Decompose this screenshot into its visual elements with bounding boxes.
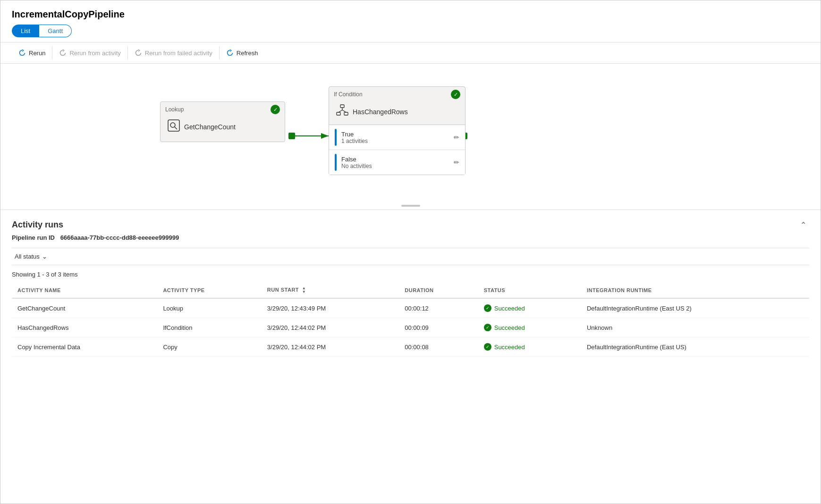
lookup-node[interactable]: Lookup ✓ GetChangeCount [160,101,285,142]
toolbar: Rerun Rerun from activity Rerun from fai… [0,42,821,64]
pipeline-run-id-label: Pipeline run ID [12,234,55,241]
branch-true-info: True 1 activities [341,131,454,144]
rerun-from-activity-icon [59,49,67,57]
tab-gantt[interactable]: Gantt [39,25,72,37]
cell-activity-name: Copy Incremental Data [12,337,157,357]
svg-line-6 [175,127,177,129]
svg-line-9 [339,110,342,112]
rerun-icon [18,49,26,57]
table-row[interactable]: HasChangedRowsIfCondition3/29/20, 12:44:… [12,318,809,337]
page-title: IncrementalCopyPipeline [0,0,821,25]
status-cell: ✓ Succeeded [484,343,576,351]
cell-activity-type: IfCondition [157,318,261,337]
svg-rect-7 [340,105,344,108]
lookup-node-body: GetChangeCount [161,115,285,142]
activity-runs-section: Activity runs ⌃ Pipeline run ID 6666aaaa… [0,210,821,357]
cell-activity-type: Copy [157,337,261,357]
rerun-label: Rerun [29,50,45,57]
tab-list[interactable]: List [12,25,39,37]
table-row[interactable]: Copy Incremental DataCopy3/29/20, 12:44:… [12,337,809,357]
branch-false-edit-icon[interactable]: ✏ [454,159,459,166]
branch-false-info: False No activities [341,156,454,169]
collapse-button[interactable]: ⌃ [797,219,809,230]
refresh-button[interactable]: Refresh [220,46,265,59]
if-condition-node[interactable]: If Condition ✓ HasChangedRows [329,86,466,175]
pipeline-run-id-value: 6666aaaa-77bb-cccc-dd88-eeeeee999999 [60,234,179,241]
cell-run-start: 3/29/20, 12:43:49 PM [262,298,399,318]
if-branches: True 1 activities ✏ False No activities … [329,125,465,175]
page-container: IncrementalCopyPipeline List Gantt Rerun [0,0,821,504]
pipeline-run-id-row: Pipeline run ID 6666aaaa-77bb-cccc-dd88-… [12,234,809,241]
cell-status: ✓ Succeeded [478,337,581,357]
table-body: GetChangeCountLookup3/29/20, 12:43:49 PM… [12,298,809,357]
cell-duration: 00:00:12 [399,298,478,318]
rerun-from-activity-label: Rerun from activity [69,50,120,57]
refresh-icon [226,49,234,57]
if-condition-icon [336,104,349,120]
cell-duration: 00:00:08 [399,337,478,357]
filter-label: All status [15,253,40,260]
cell-integration-runtime: DefaultIntegrationRuntime (East US) [581,337,809,357]
sort-icons: ▲ ▼ [302,286,306,294]
svg-line-10 [342,110,346,112]
rerun-from-failed-icon [135,49,142,57]
branch-true-stripe [335,129,337,146]
svg-point-5 [170,123,175,127]
cell-run-start: 3/29/20, 12:44:02 PM [262,337,399,357]
status-filter-button[interactable]: All status ⌄ [12,252,50,261]
branch-false-label: False [341,156,454,163]
lookup-type-label: Lookup [165,106,184,113]
branch-false[interactable]: False No activities ✏ [329,150,465,175]
status-success-icon: ✓ [484,324,491,331]
col-activity-type: ACTIVITY TYPE [157,283,261,298]
branch-false-stripe [335,154,337,171]
scroll-indicator [401,205,420,207]
branch-false-sub: No activities [341,163,454,169]
status-label: Succeeded [494,305,525,312]
filter-chevron-icon: ⌄ [42,253,47,260]
cell-activity-name: HasChangedRows [12,318,157,337]
col-activity-name: ACTIVITY NAME [12,283,157,298]
if-condition-header: If Condition ✓ [329,87,465,100]
status-success-icon: ✓ [484,343,491,351]
cell-activity-name: GetChangeCount [12,298,157,318]
rerun-from-failed-button[interactable]: Rerun from failed activity [128,46,220,59]
status-cell: ✓ Succeeded [484,324,576,331]
if-icon-row: HasChangedRows [329,100,465,125]
status-cell: ✓ Succeeded [484,304,576,312]
branch-true-edit-icon[interactable]: ✏ [454,134,459,141]
status-success-icon: ✓ [484,304,491,312]
lookup-node-label: GetChangeCount [184,123,236,131]
if-type-label: If Condition [334,91,363,98]
col-integration-runtime: INTEGRATION RUNTIME [581,283,809,298]
showing-count: Showing 1 - 3 of 3 items [12,268,809,283]
filter-row: All status ⌄ [12,248,809,265]
rerun-from-failed-label: Rerun from failed activity [145,50,212,57]
cell-status: ✓ Succeeded [478,318,581,337]
cell-duration: 00:00:09 [399,318,478,337]
lookup-node-header: Lookup ✓ [161,102,285,115]
cell-activity-type: Lookup [157,298,261,318]
table-header-row: ACTIVITY NAME ACTIVITY TYPE RUN START ▲ … [12,283,809,298]
toggle-tabs: List Gantt [0,25,821,42]
if-condition-name: HasChangedRows [353,108,408,116]
status-label: Succeeded [494,324,525,331]
svg-rect-4 [168,120,179,131]
cell-integration-runtime: Unknown [581,318,809,337]
col-duration: DURATION [399,283,478,298]
refresh-label: Refresh [237,50,258,57]
pipeline-canvas: Lookup ✓ GetChangeCount If Condition ✓ [0,64,821,210]
table-header: ACTIVITY NAME ACTIVITY TYPE RUN START ▲ … [12,283,809,298]
lookup-icon [167,119,180,135]
table-row[interactable]: GetChangeCountLookup3/29/20, 12:43:49 PM… [12,298,809,318]
activity-runs-title: Activity runs [12,220,63,230]
branch-true[interactable]: True 1 activities ✏ [329,125,465,150]
col-status: STATUS [478,283,581,298]
svg-rect-1 [288,133,295,139]
svg-rect-11 [337,112,340,115]
cell-status: ✓ Succeeded [478,298,581,318]
rerun-button[interactable]: Rerun [12,46,52,59]
if-success-badge: ✓ [451,90,460,99]
rerun-from-activity-button[interactable]: Rerun from activity [52,46,127,59]
svg-rect-12 [344,112,348,115]
